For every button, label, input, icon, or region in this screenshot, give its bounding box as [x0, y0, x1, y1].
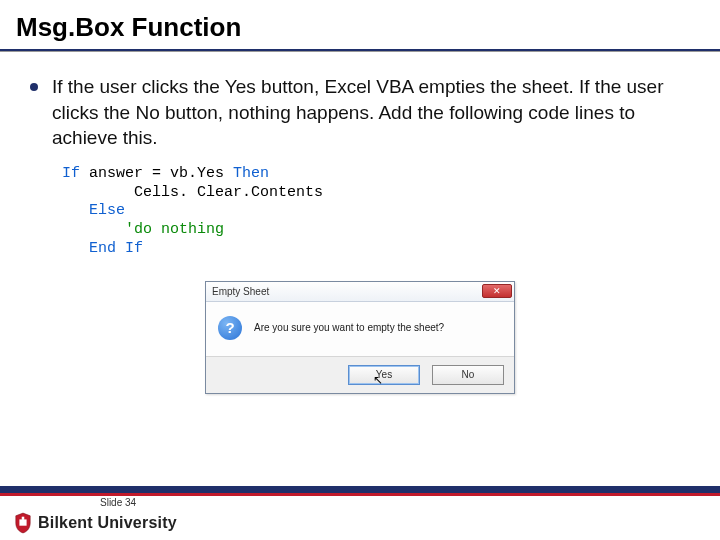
yes-button[interactable]: Yes — [348, 365, 420, 385]
slide-number: Slide 34 — [100, 497, 136, 508]
university-logo: Bilkent University — [14, 512, 177, 534]
bullet-text: If the user clicks the Yes button, Excel… — [52, 74, 690, 151]
dialog-titlebar: Empty Sheet ✕ — [206, 282, 514, 302]
no-button[interactable]: No — [432, 365, 504, 385]
dialog-footer: Yes No — [206, 356, 514, 393]
msgbox-dialog: Empty Sheet ✕ ? Are you sure you want to… — [205, 281, 515, 394]
university-name: Bilkent University — [38, 514, 177, 532]
crest-icon — [14, 512, 32, 534]
svg-rect-1 — [22, 517, 25, 520]
svg-rect-0 — [19, 519, 26, 525]
dialog-message: Are you sure you want to empty the sheet… — [254, 322, 444, 333]
slide-title: Msg.Box Function — [0, 0, 720, 49]
question-icon: ? — [218, 316, 242, 340]
close-icon: ✕ — [493, 287, 501, 296]
bullet-dot-icon — [30, 83, 38, 91]
code-block: If answer = vb.Yes Then Cells. Clear.Con… — [62, 165, 690, 259]
cursor-icon: ↖ — [373, 373, 383, 387]
footer-band — [0, 486, 720, 496]
dialog-title: Empty Sheet — [212, 286, 269, 297]
close-button[interactable]: ✕ — [482, 284, 512, 298]
bullet-item: If the user clicks the Yes button, Excel… — [30, 74, 690, 151]
